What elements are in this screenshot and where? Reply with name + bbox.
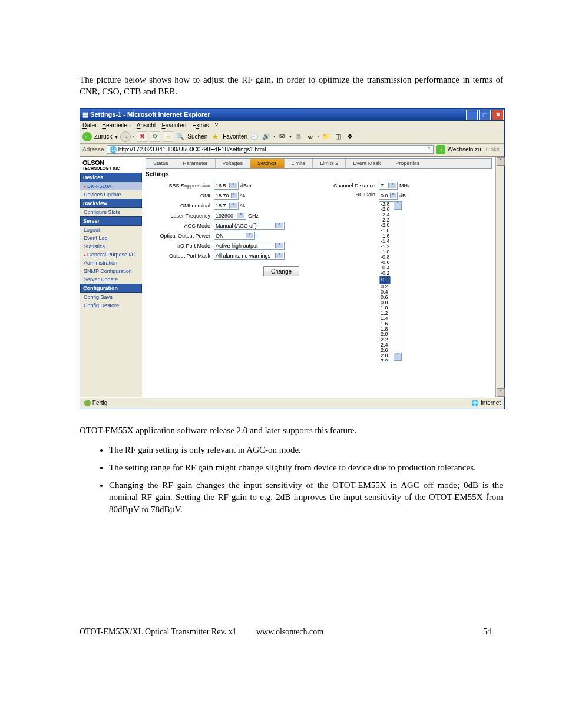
scroll-up-icon[interactable]: ˄ [394, 202, 402, 210]
page-footer: OTOT-EM55X/XL Optical Transmitter Rev. x… [80, 627, 503, 660]
search-label: Suchen [187, 133, 207, 140]
sidebar-item-event-log[interactable]: Event Log [80, 234, 142, 242]
chevron-down-icon: ˅ [275, 253, 283, 258]
menu-extras[interactable]: Extras [192, 122, 209, 129]
minimize-button[interactable]: _ [466, 110, 478, 120]
sidebar-item-statistics[interactable]: Statistics [80, 242, 142, 251]
omi-select[interactable]: 18.70˅ [214, 192, 239, 200]
cdist-unit: MHz [399, 183, 411, 189]
tab-status[interactable]: Status [146, 159, 176, 168]
omi-nom-unit: % [240, 203, 245, 209]
sidebar-item-server-update[interactable]: Server Update [80, 275, 142, 284]
back-dropdown-icon[interactable]: ▾ [115, 133, 118, 140]
nav-devices-header[interactable]: Devices [80, 173, 142, 182]
mask-label: Output Port Mask [146, 253, 214, 259]
ioport-select[interactable]: Active high output˅ [214, 242, 285, 250]
scroll-down-icon[interactable]: ˅ [394, 353, 402, 361]
chevron-down-icon: ˅ [388, 183, 396, 188]
rfgain-option[interactable]: 0.0 [379, 276, 391, 284]
globe-icon: 🌐 [471, 400, 478, 406]
scroll-down-icon[interactable]: ˅ [497, 388, 505, 397]
bullet-item: The setting range for RF gain might chan… [109, 462, 503, 473]
search-icon[interactable]: 🔍 [176, 132, 185, 141]
menu-bearbeiten[interactable]: Bearbeiten [102, 122, 130, 129]
menu-favoriten[interactable]: Favoriten [162, 122, 187, 129]
sep: · [133, 133, 135, 140]
cdist-label: Channel Distance [322, 183, 379, 189]
sidebar-item-snmp[interactable]: SNMP Configuration [80, 267, 142, 275]
menu-ansicht[interactable]: Ansicht [137, 122, 156, 129]
refresh-icon[interactable]: ⟳ [150, 131, 160, 142]
tool-icon-1[interactable]: ◫ [333, 132, 343, 141]
sidebar-item-bkf510a[interactable]: ▸BK-F510A [80, 182, 142, 190]
back-icon[interactable]: ← [82, 132, 92, 141]
scroll-up-icon[interactable]: ˄ [497, 157, 505, 166]
maximize-button[interactable]: □ [479, 110, 491, 120]
sidebar-item-config-save[interactable]: Config Save [80, 293, 142, 301]
folder-icon[interactable]: 📁 [322, 132, 331, 141]
media-icon[interactable]: 🔊 [262, 132, 271, 141]
cdist-select[interactable]: 7˅ [379, 182, 398, 190]
mail-dropdown-icon[interactable]: ▾ [289, 134, 292, 139]
form-left: SBS Suppression 16.5˅ dBm OMI 18.70˅ % O… [146, 180, 299, 363]
sidebar-item-logout[interactable]: Logout [80, 226, 142, 234]
ie-icon: ▤ [82, 111, 88, 118]
ie-addressbar: Adresse 🌐 http://172.023.041.100/UI/00C0… [80, 144, 504, 156]
agc-select[interactable]: Manual (AGC off)˅ [214, 222, 285, 230]
history-icon[interactable]: 🕘 [250, 132, 259, 141]
menu-help[interactable]: ? [215, 122, 219, 129]
tab-properties[interactable]: Properties [388, 159, 427, 168]
footer-mid: www.olsontech.com [256, 627, 415, 637]
stop-icon[interactable]: ✖ [137, 131, 147, 142]
bullet-item: Changing the RF gain changes the input s… [109, 479, 503, 515]
change-button[interactable]: Change [263, 266, 299, 276]
sidebar-item-devices-update[interactable]: Devices Update [80, 190, 142, 199]
sbs-select[interactable]: 16.5˅ [214, 182, 239, 190]
footer-left: OTOT-EM55X/XL Optical Transmitter Rev. x… [80, 627, 256, 637]
page-scrollbar[interactable]: ˄ ˅ [495, 157, 504, 397]
tab-parameter[interactable]: Parameter [176, 159, 216, 168]
home-icon[interactable]: ⌂ [163, 131, 173, 142]
zone-text: Internet [481, 400, 501, 406]
close-button[interactable]: ✕ [492, 110, 504, 120]
sidebar-item-config-restore[interactable]: Config Restore [80, 301, 142, 309]
print-icon[interactable]: 🖶 [294, 132, 303, 141]
omi-nom-select[interactable]: 18.7˅ [214, 202, 239, 210]
chevron-down-icon: ˅ [390, 193, 396, 198]
sidebar-item-gpio[interactable]: ▸General Purpose I/O [80, 251, 142, 259]
sidebar-item-configure-slots[interactable]: Configure Slots [80, 208, 142, 216]
chevron-down-icon: ˅ [229, 203, 237, 208]
rfgain-listbox[interactable]: ˄ ˅ -2.8-2.6-2.4-2.2-2.0-1.8-1.6-1.4-1.2… [379, 201, 402, 361]
links-label[interactable]: Links [484, 146, 502, 153]
tab-settings[interactable]: Settings [250, 159, 285, 168]
mail-icon[interactable]: ✉ [277, 132, 287, 141]
sidebar-item-administration[interactable]: Administration [80, 259, 142, 267]
nav-configuration-header[interactable]: Configuration [80, 284, 142, 293]
oop-select[interactable]: ON˅ [214, 232, 255, 240]
back-label: Zurück [94, 133, 113, 140]
nav-server-header[interactable]: Server [80, 216, 142, 226]
rfgain-option[interactable]: -0.2 [379, 271, 402, 276]
tab-limits[interactable]: Limits [285, 159, 313, 168]
nav-rackview-header[interactable]: Rackview [80, 199, 142, 208]
go-button[interactable]: → [436, 145, 445, 154]
menu-datei[interactable]: DDateiatei [82, 122, 96, 129]
tab-voltages[interactable]: Voltages [216, 159, 251, 168]
tab-event-mask[interactable]: Event Mask [346, 159, 388, 168]
edit-icon[interactable]: w [306, 132, 315, 141]
rfgain-select[interactable]: 0.0˅ [379, 192, 398, 200]
bullet-item: The RF gain setting is only relevant in … [109, 444, 503, 456]
chevron-down-icon: ˅ [275, 223, 283, 228]
tool-icon-2[interactable]: ❖ [345, 132, 355, 141]
forward-icon[interactable]: → [120, 131, 131, 142]
agc-label: AGC Mode [146, 223, 214, 229]
url-text: http://172.023.041.100/UI/00C0298E4E18/s… [118, 146, 266, 153]
tab-limits2[interactable]: Limits 2 [313, 159, 346, 168]
rfgain-label: RF Gain [322, 192, 379, 197]
address-input[interactable]: 🌐 http://172.023.041.100/UI/00C0298E4E18… [107, 145, 434, 154]
mask-select[interactable]: All alarms, no warnings˅ [214, 252, 285, 260]
laser-select[interactable]: 192600˅ [214, 212, 246, 220]
tab-bar: Status Parameter Voltages Settings Limit… [146, 158, 492, 169]
favorites-icon[interactable]: ★ [210, 131, 220, 142]
address-dropdown-icon[interactable]: ˅ [428, 146, 431, 153]
